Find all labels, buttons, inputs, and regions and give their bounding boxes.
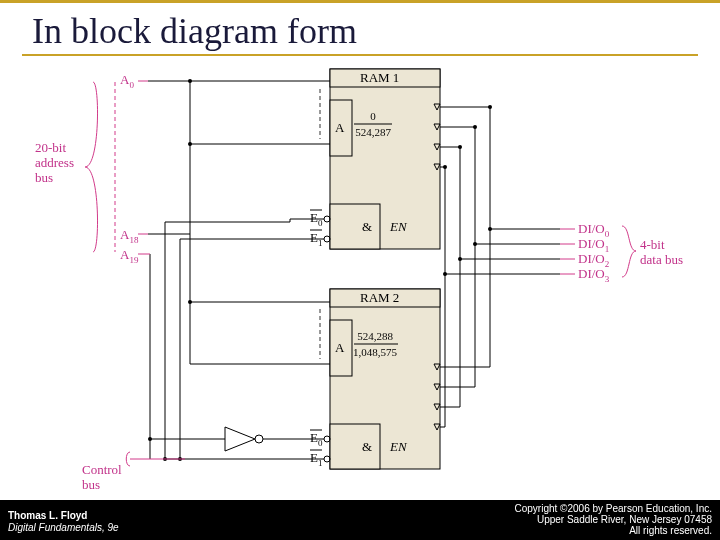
ram2-amp: &: [362, 439, 372, 454]
svg-point-58: [443, 165, 447, 169]
svg-point-67: [488, 227, 492, 231]
data-bus-2: data bus: [640, 252, 683, 267]
slide: In block diagram form 20-bit address bus…: [0, 0, 720, 540]
footer-copyright: Copyright ©2006 by Pearson Education, In…: [515, 503, 713, 514]
addr-bus-label-2: address: [35, 155, 74, 170]
svg-rect-21: [330, 204, 380, 249]
footer-left: Thomas L. Floyd Digital Fundamentals, 9e: [8, 510, 119, 534]
footer-addr: Upper Saddle River, New Jersey 07458: [515, 514, 713, 525]
ram1-title: RAM 1: [360, 70, 399, 85]
ram2-en: EN: [389, 439, 408, 454]
slide-title: In block diagram form: [32, 10, 357, 52]
ram1-A: A: [335, 120, 345, 135]
ram1-amp: &: [362, 219, 372, 234]
svg-point-57: [458, 145, 462, 149]
label-a18: A18: [120, 227, 139, 245]
addr-bus-label-3: bus: [35, 170, 53, 185]
ram2-title: RAM 2: [360, 290, 399, 305]
svg-point-45: [148, 437, 152, 441]
ram2-range-top: 524,288: [357, 330, 393, 342]
svg-point-38: [324, 456, 330, 462]
svg-point-10: [188, 79, 192, 83]
data-bus-1: 4-bit: [640, 237, 665, 252]
ctrl-bus-2: bus: [82, 477, 100, 492]
ram2-range-bot: 1,048,575: [353, 346, 398, 358]
svg-point-16: [188, 300, 192, 304]
addr-bus-label-1: 20-bit: [35, 140, 66, 155]
svg-rect-34: [330, 424, 380, 469]
footer-book: Digital Fundamentals, 9e: [8, 522, 119, 534]
svg-point-68: [473, 242, 477, 246]
title-underline: [22, 54, 698, 56]
ram1-en: EN: [389, 219, 408, 234]
svg-point-55: [488, 105, 492, 109]
svg-point-70: [443, 272, 447, 276]
diagram-svg: 20-bit address bus A0 A18 A19 Control bu…: [30, 64, 690, 494]
ram1-range-top: 0: [370, 110, 376, 122]
label-a0: A0: [120, 72, 134, 90]
label-a19: A19: [120, 247, 139, 265]
svg-point-56: [473, 125, 477, 129]
svg-point-69: [458, 257, 462, 261]
svg-point-24: [324, 216, 330, 222]
svg-point-37: [324, 436, 330, 442]
footer-right: Copyright ©2006 by Pearson Education, In…: [515, 503, 713, 536]
footer-rights: All rights reserved.: [515, 525, 713, 536]
footer-bar: Thomas L. Floyd Digital Fundamentals, 9e…: [0, 500, 720, 540]
ram2-A: A: [335, 340, 345, 355]
ram1-range-bot: 524,287: [355, 126, 391, 138]
footer-author: Thomas L. Floyd: [8, 510, 119, 522]
block-diagram: 20-bit address bus A0 A18 A19 Control bu…: [30, 64, 690, 494]
svg-point-25: [324, 236, 330, 242]
ctrl-bus-1: Control: [82, 462, 122, 477]
top-accent: [0, 0, 720, 3]
